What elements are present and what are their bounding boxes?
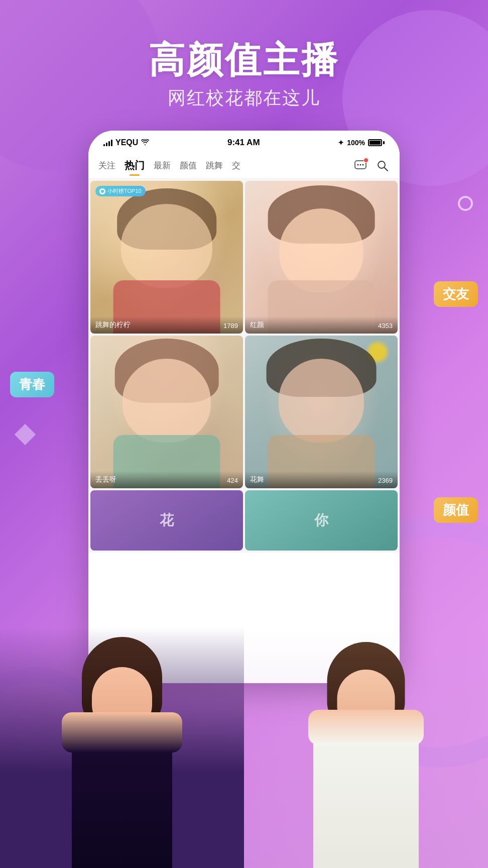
face-1 xyxy=(121,204,212,288)
item-overlay-4: 花舞 2369 xyxy=(245,471,398,488)
float-label-youth: 青春 xyxy=(10,372,54,397)
svg-point-6 xyxy=(101,190,104,193)
nav-tab-tiaowu[interactable]: 跳舞 xyxy=(206,158,223,173)
battery-fill xyxy=(370,141,381,145)
item-count-2: 4353 xyxy=(378,322,393,330)
search-icon-btn[interactable] xyxy=(376,159,390,173)
face-3 xyxy=(123,359,211,443)
figure-right xyxy=(244,627,488,868)
nav-tab-zuixin[interactable]: 最新 xyxy=(154,158,171,173)
signal-bar-2 xyxy=(106,143,107,146)
float-label-looks: 颜值 xyxy=(434,497,478,523)
status-left: YEQU xyxy=(103,138,149,147)
signal-bars xyxy=(103,139,112,146)
top-badge-1: 小时榜TOP10 xyxy=(95,186,146,196)
phone-mockup: YEQU 9:41 AM ✦ 100% 关注 xyxy=(88,131,400,683)
notification-dot xyxy=(363,158,369,163)
right-shoulders xyxy=(308,710,424,745)
nav-tabs: 关注 热门 最新 颜值 跳舞 交 xyxy=(88,152,400,179)
svg-point-2 xyxy=(360,164,361,165)
item-name-4: 花舞 xyxy=(250,475,264,484)
signal-bar-3 xyxy=(108,141,110,146)
nav-tab-jiao[interactable]: 交 xyxy=(232,158,240,173)
grid-item-4[interactable]: 花舞 2369 xyxy=(245,336,398,488)
bluetooth-icon: ✦ xyxy=(338,139,344,147)
bottom-row: 花 你 xyxy=(88,490,400,553)
item-name-2: 红颜 xyxy=(250,320,264,330)
top-badge-text-1: 小时榜TOP10 xyxy=(107,187,142,195)
figure-left xyxy=(0,627,244,868)
main-title: 高颜值主播 xyxy=(0,40,488,80)
grid-item-3[interactable]: 丢丢呀 424 xyxy=(90,336,243,488)
nav-tab-yanzhi[interactable]: 颜值 xyxy=(180,158,197,173)
battery-icon xyxy=(368,139,385,146)
battery-body xyxy=(368,139,382,146)
status-right: ✦ 100% xyxy=(338,139,385,147)
item-count-3: 424 xyxy=(227,477,238,484)
bottom-item-2[interactable]: 你 xyxy=(245,490,398,551)
signal-bar-4 xyxy=(111,140,112,146)
status-bar: YEQU 9:41 AM ✦ 100% xyxy=(88,131,400,152)
bottom-figures xyxy=(0,617,488,868)
float-label-friend: 交友 xyxy=(434,281,478,307)
circle-decoration xyxy=(458,196,473,211)
wifi-icon xyxy=(141,139,149,147)
nav-tab-guanzhu[interactable]: 关注 xyxy=(98,158,115,173)
item-overlay-2: 红颜 4353 xyxy=(245,316,398,334)
svg-point-3 xyxy=(362,164,364,165)
carrier-name: YEQU xyxy=(115,138,138,147)
face-4 xyxy=(279,359,364,443)
right-person xyxy=(293,642,439,868)
header-section: 高颜值主播 网红校花都在这儿 xyxy=(0,0,488,111)
signal-bar-1 xyxy=(103,144,105,146)
item-overlay-3: 丢丢呀 424 xyxy=(90,471,243,488)
content-grid: 小时榜TOP10 跳舞的柠柠 1789 红颜 4353 丢丢 xyxy=(88,179,400,490)
nav-tab-remen[interactable]: 热门 xyxy=(125,157,145,174)
item-count-1: 1789 xyxy=(223,322,238,330)
item-name-1: 跳舞的柠柠 xyxy=(95,320,131,330)
grid-item-2[interactable]: 红颜 4353 xyxy=(245,181,398,334)
message-icon-btn[interactable] xyxy=(353,159,368,173)
nav-icons xyxy=(353,159,390,173)
item-count-4: 2369 xyxy=(378,477,393,484)
left-shoulders xyxy=(62,712,182,752)
bottom-item-text-2: 你 xyxy=(314,511,328,530)
item-name-3: 丢丢呀 xyxy=(95,475,116,484)
svg-line-5 xyxy=(384,167,388,171)
bottom-item-1[interactable]: 花 xyxy=(90,490,243,551)
grid-item-1[interactable]: 小时榜TOP10 跳舞的柠柠 1789 xyxy=(90,181,243,334)
svg-point-1 xyxy=(357,164,359,165)
battery-tip xyxy=(383,141,385,144)
bottom-item-text-1: 花 xyxy=(160,511,174,530)
left-person xyxy=(47,637,197,868)
item-overlay-1: 跳舞的柠柠 1789 xyxy=(90,316,243,334)
top-badge-icon-1 xyxy=(99,188,105,194)
battery-percent: 100% xyxy=(347,139,365,147)
sub-title: 网红校花都在这儿 xyxy=(0,86,488,111)
diamond-decoration xyxy=(15,424,36,445)
status-time: 9:41 AM xyxy=(227,138,260,148)
